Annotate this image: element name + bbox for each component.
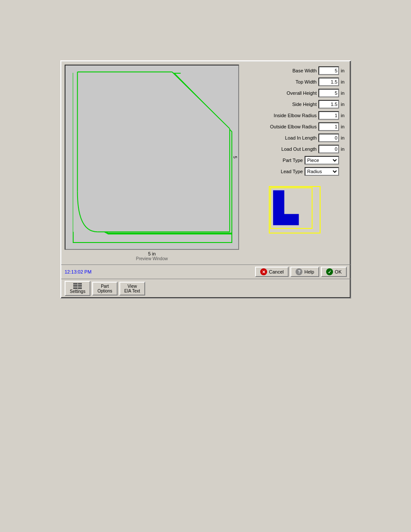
side-height-row: Side Height in xyxy=(243,100,347,109)
part-options-button[interactable]: PartOptions xyxy=(92,282,117,296)
help-icon: ? xyxy=(296,268,302,275)
cancel-button[interactable]: ✕ Cancel xyxy=(255,267,289,277)
load-in-input[interactable] xyxy=(318,134,339,142)
lead-type-row: Lead Type Radius xyxy=(243,167,347,176)
canvas-bottom-label: 5 in xyxy=(65,251,239,256)
load-out-row: Load Out Length in xyxy=(243,145,347,153)
bottom-bar: 12:13:02 PM ✕ Cancel ? Help ✓ OK xyxy=(61,264,350,279)
view-eia-label: ViewEIA Text xyxy=(125,284,140,293)
ok-label: OK xyxy=(335,269,342,274)
preview-canvas: 5 xyxy=(65,65,239,250)
top-width-row: Top Width in xyxy=(243,78,347,86)
overall-height-unit: in xyxy=(341,90,347,96)
side-height-unit: in xyxy=(341,102,347,107)
settings-button[interactable]: Settings xyxy=(65,281,90,296)
part-options-label: PartOptions xyxy=(97,284,112,293)
view-eia-button[interactable]: ViewEIA Text xyxy=(119,282,146,296)
outside-elbow-input[interactable] xyxy=(318,122,339,131)
lead-type-select[interactable]: Radius xyxy=(305,167,339,176)
help-button[interactable]: ? Help xyxy=(290,267,319,277)
top-width-label: Top Width xyxy=(296,79,317,84)
toolbar: Settings PartOptions ViewEIA Text xyxy=(61,279,350,298)
part-type-row: Part Type Piece xyxy=(243,156,347,165)
overall-height-input[interactable] xyxy=(318,89,339,97)
time-display: 12:13:02 PM xyxy=(65,269,91,274)
right-panel: Base Width in Top Width in Overall Heigh… xyxy=(243,65,347,261)
cancel-icon: ✕ xyxy=(260,268,267,275)
base-width-unit: in xyxy=(341,68,347,73)
part-type-select[interactable]: Piece xyxy=(305,156,339,165)
base-width-input[interactable] xyxy=(318,66,339,75)
cancel-label: Cancel xyxy=(269,269,283,274)
load-out-label: Load Out Length xyxy=(281,146,317,152)
lead-type-label: Lead Type xyxy=(281,169,303,174)
load-in-row: Load In Length in xyxy=(243,134,347,142)
load-in-unit: in xyxy=(341,135,347,140)
top-width-unit: in xyxy=(341,79,347,84)
base-width-row: Base Width in xyxy=(243,66,347,75)
inside-elbow-input[interactable] xyxy=(318,111,339,120)
preview-window-label: Preview Window xyxy=(65,256,239,261)
outside-elbow-label: Outside Elbow Radius xyxy=(270,124,317,129)
base-width-label: Base Width xyxy=(293,68,317,73)
load-out-input[interactable] xyxy=(318,145,339,153)
settings-icon xyxy=(73,283,82,289)
preview-panel: 5 xyxy=(65,65,239,261)
thumbnail-preview xyxy=(269,186,321,233)
inside-elbow-label: Inside Elbow Radius xyxy=(274,113,317,118)
part-type-label: Part Type xyxy=(283,158,303,163)
load-in-label: Load In Length xyxy=(285,135,317,140)
ok-button[interactable]: ✓ OK xyxy=(321,267,347,277)
overall-height-row: Overall Height in xyxy=(243,89,347,97)
help-label: Help xyxy=(304,269,314,274)
side-height-input[interactable] xyxy=(318,100,339,109)
inside-elbow-row: Inside Elbow Radius in xyxy=(243,111,347,120)
inside-elbow-unit: in xyxy=(341,113,347,118)
overall-height-label: Overall Height xyxy=(286,90,317,96)
settings-label: Settings xyxy=(70,289,85,294)
action-buttons: ✕ Cancel ? Help ✓ OK xyxy=(255,267,347,277)
ok-icon: ✓ xyxy=(326,268,333,275)
top-width-input[interactable] xyxy=(318,78,339,86)
load-out-unit: in xyxy=(341,146,347,152)
side-height-label: Side Height xyxy=(292,102,317,107)
outside-elbow-unit: in xyxy=(341,124,347,129)
outside-elbow-row: Outside Elbow Radius in xyxy=(243,122,347,131)
main-window: 5 xyxy=(60,60,351,299)
